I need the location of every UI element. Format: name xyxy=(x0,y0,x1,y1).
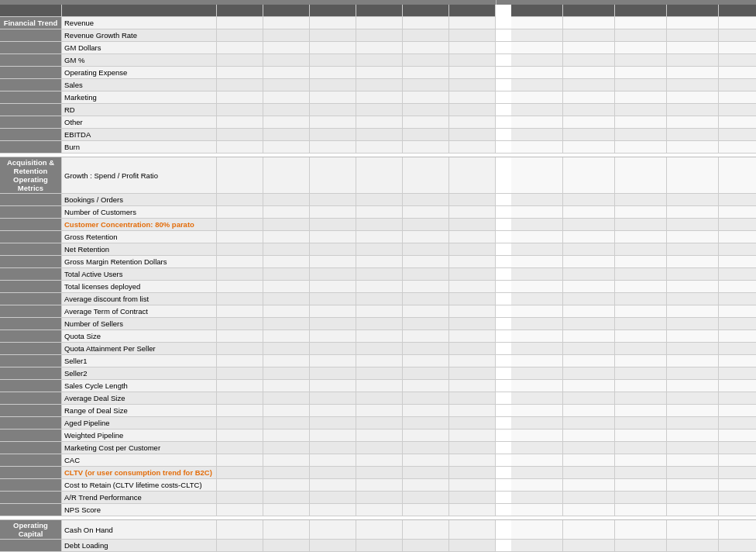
data-cell-2021 xyxy=(511,67,563,79)
data-cell-2021 xyxy=(719,194,756,206)
metric-cell: Average Term of Contract xyxy=(62,305,217,318)
data-cell-2021 xyxy=(719,54,756,67)
data-cell-2021 xyxy=(563,520,615,540)
data-cell-2021 xyxy=(563,540,615,552)
data-cell xyxy=(310,281,356,293)
data-cell-2021 xyxy=(563,417,615,430)
data-cell xyxy=(403,116,449,129)
data-cell-2021 xyxy=(667,454,719,467)
data-cell-2021 xyxy=(511,305,563,318)
data-cell xyxy=(217,231,263,243)
data-cell-2021 xyxy=(563,116,615,129)
data-cell xyxy=(217,417,263,430)
data-cell xyxy=(403,504,449,516)
data-cell-2021 xyxy=(615,54,667,67)
section-label-cell xyxy=(0,194,62,206)
data-cell-2021 xyxy=(667,492,719,504)
col-q3-21-header xyxy=(615,5,667,17)
data-cell xyxy=(356,116,403,129)
data-cell xyxy=(263,54,310,67)
data-cell xyxy=(449,343,496,355)
data-cell xyxy=(310,129,356,141)
section-gap xyxy=(496,417,511,430)
data-cell xyxy=(449,42,496,54)
data-cell-2021 xyxy=(563,219,615,231)
data-cell xyxy=(263,479,310,492)
data-cell xyxy=(310,67,356,79)
metric-cell: Gross Margin Retention Dollars xyxy=(62,256,217,268)
data-cell xyxy=(263,442,310,454)
data-cell xyxy=(263,79,310,91)
data-cell xyxy=(449,520,496,540)
metric-cell: CLTV (or user consumption trend for B2C) xyxy=(62,467,217,479)
section-label-cell xyxy=(0,305,62,318)
data-cell xyxy=(449,91,496,104)
section-label-cell xyxy=(0,116,62,129)
data-cell xyxy=(310,318,356,330)
data-cell-2021 xyxy=(719,330,756,343)
data-cell-2021 xyxy=(667,417,719,430)
data-cell xyxy=(263,343,310,355)
data-cell xyxy=(217,91,263,104)
data-cell-2021 xyxy=(615,492,667,504)
data-cell xyxy=(263,141,310,154)
data-cell-2021 xyxy=(615,417,667,430)
data-cell-2021 xyxy=(667,206,719,219)
data-cell xyxy=(263,355,310,367)
data-cell xyxy=(356,540,403,552)
data-cell xyxy=(403,417,449,430)
data-cell-2021 xyxy=(719,430,756,442)
data-cell-2021 xyxy=(719,442,756,454)
data-cell-2021 xyxy=(511,520,563,540)
data-cell-2021 xyxy=(563,129,615,141)
data-cell-2021 xyxy=(615,91,667,104)
table-row: RD xyxy=(0,104,756,116)
data-cell xyxy=(356,380,403,392)
data-cell xyxy=(310,256,356,268)
data-cell xyxy=(403,219,449,231)
data-cell-2021 xyxy=(615,79,667,91)
section-gap xyxy=(496,268,511,281)
section-label-cell xyxy=(0,392,62,405)
data-cell-2021 xyxy=(563,268,615,281)
data-cell-2021 xyxy=(563,430,615,442)
data-cell xyxy=(217,141,263,154)
table-row: NPS Score xyxy=(0,504,756,516)
metric-cell: Debt Loading xyxy=(62,540,217,552)
data-cell-2021 xyxy=(667,318,719,330)
data-cell xyxy=(263,293,310,305)
data-cell-2021 xyxy=(667,29,719,42)
data-cell-2021 xyxy=(615,141,667,154)
data-cell-2021 xyxy=(511,540,563,552)
data-cell-2021 xyxy=(563,54,615,67)
data-cell-2021 xyxy=(667,194,719,206)
section-gap xyxy=(496,116,511,129)
data-cell-2021 xyxy=(563,467,615,479)
data-cell xyxy=(356,141,403,154)
data-cell xyxy=(217,355,263,367)
data-cell xyxy=(310,504,356,516)
section-label-cell xyxy=(0,256,62,268)
table-row: Bookings / Orders xyxy=(0,194,756,206)
data-cell xyxy=(449,430,496,442)
data-cell-2021 xyxy=(511,29,563,42)
section-label-cell xyxy=(0,417,62,430)
data-cell xyxy=(217,330,263,343)
subheader-row xyxy=(0,5,756,17)
section-label-cell: Operating Capital xyxy=(0,520,62,540)
data-cell xyxy=(449,330,496,343)
metric-cell: CAC xyxy=(62,454,217,467)
data-cell-2021 xyxy=(667,231,719,243)
data-cell xyxy=(217,129,263,141)
data-cell xyxy=(217,392,263,405)
data-body: Financial TrendRevenueRevenue Growth Rat… xyxy=(0,17,756,552)
section-gap xyxy=(496,206,511,219)
data-cell xyxy=(403,281,449,293)
data-cell-2021 xyxy=(615,243,667,256)
data-cell xyxy=(310,104,356,116)
table-row: Marketing Cost per Customer xyxy=(0,442,756,454)
section-label-cell xyxy=(0,29,62,42)
section-gap xyxy=(496,330,511,343)
data-cell-2021 xyxy=(563,355,615,367)
data-cell xyxy=(310,492,356,504)
